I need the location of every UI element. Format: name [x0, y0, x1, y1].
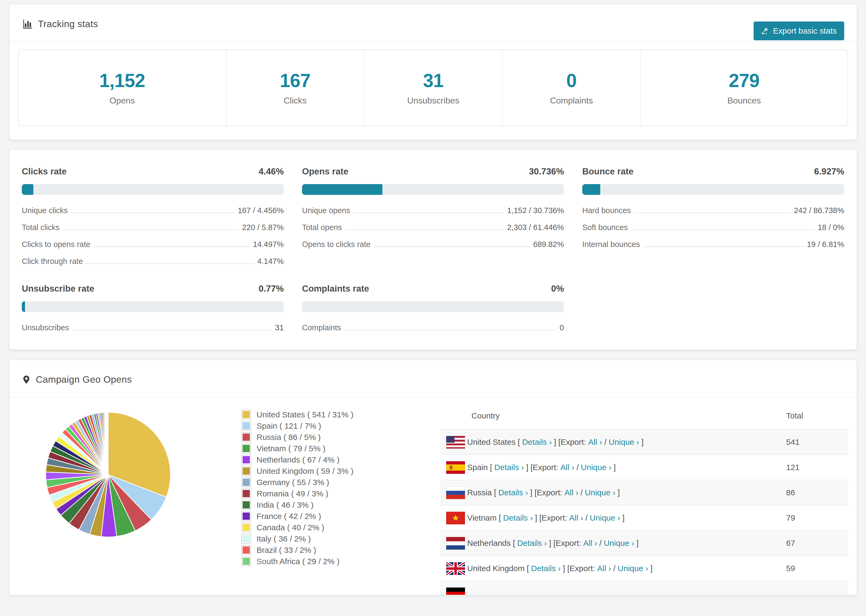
- bounces-count: 279: [729, 70, 759, 91]
- stat-value: 2,303 / 61.446%: [507, 223, 564, 232]
- bracket: ]: [549, 539, 551, 548]
- bar-chart-icon: [22, 18, 33, 30]
- legend-label: Brazil ( 33 / 2% ): [257, 545, 316, 555]
- export-label: [Export:: [534, 488, 562, 497]
- legend-item: Italy ( 36 / 2% ): [242, 534, 353, 544]
- country-column-header: Country: [440, 411, 786, 420]
- country-name: Spain: [467, 463, 488, 472]
- details-link[interactable]: Details ›: [517, 539, 547, 548]
- export-all-link[interactable]: All ›: [588, 438, 602, 447]
- geo-opens-header: Campaign Geo Opens: [9, 360, 857, 398]
- clicks-label: Clicks: [284, 96, 307, 105]
- uk-flag-icon: [446, 562, 465, 575]
- opens-count: 1,152: [99, 70, 145, 91]
- details-link[interactable]: Details ›: [494, 463, 524, 472]
- details-link[interactable]: Details ›: [522, 438, 552, 447]
- stat-label: Opens to clicks rate: [302, 240, 371, 249]
- slash: /: [580, 488, 583, 497]
- export-unique-link[interactable]: Unique ›: [609, 438, 639, 447]
- export-all-link[interactable]: All ›: [597, 564, 611, 573]
- details-link[interactable]: Details ›: [531, 564, 561, 573]
- opens-rate-value: 30.736%: [529, 167, 564, 177]
- geo-opens-pie-chart: [44, 410, 172, 539]
- export-unique-link[interactable]: Unique ›: [581, 463, 611, 472]
- legend-label: Romania ( 49 / 3% ): [257, 489, 328, 498]
- country-name: Vietnam: [467, 513, 497, 522]
- geo-table-header: Country Total: [440, 402, 848, 429]
- complaints-rate-bar: [302, 301, 564, 312]
- bracket: ]: [617, 488, 620, 497]
- bounce-rate-section: Bounce rate 6.927% Hard bounces242 / 86.…: [582, 167, 844, 266]
- dotted-leader: [71, 212, 235, 213]
- export-unique-link[interactable]: Unique ›: [585, 488, 615, 497]
- map-marker-icon: [22, 374, 31, 385]
- legend-swatch: [242, 444, 251, 453]
- bracket: [: [527, 564, 529, 573]
- legend-swatch: [242, 545, 251, 555]
- stat-label: Clicks to opens rate: [22, 240, 90, 249]
- unsubscribes-label: Unsubscribes: [407, 96, 459, 105]
- geo-opens-title: Campaign Geo Opens: [36, 374, 132, 385]
- legend-swatch: [242, 455, 251, 464]
- clicks-rate-value: 4.46%: [258, 167, 284, 177]
- us-flag-icon: [446, 436, 465, 449]
- bracket: [: [494, 488, 496, 497]
- dotted-leader: [353, 212, 504, 213]
- legend-swatch: [242, 433, 251, 442]
- export-unique-link[interactable]: Unique ›: [618, 564, 648, 573]
- stat-value: 1,152 / 30.736%: [507, 206, 564, 215]
- legend-label: South Africa ( 29 / 2% ): [257, 557, 339, 566]
- table-row-spain: Spain [Details ›] [Export:All ›/Unique ›…: [440, 454, 848, 480]
- counter-opens: 1,152 Opens: [19, 50, 226, 126]
- export-unique-link[interactable]: Unique ›: [604, 539, 634, 548]
- stat-value: 220 / 5.87%: [242, 223, 284, 232]
- dotted-leader: [374, 247, 530, 247]
- country-total: 121: [786, 463, 848, 472]
- stat-value: 689.82%: [533, 240, 564, 249]
- bracket: ]: [535, 513, 537, 522]
- legend-label: Netherlands ( 67 / 4% ): [257, 455, 339, 464]
- slash: /: [576, 463, 579, 472]
- legend-label: Canada ( 40 / 2% ): [257, 523, 324, 532]
- export-all-link[interactable]: All ›: [565, 488, 578, 497]
- country-name: Netherlands: [467, 539, 511, 548]
- spain-flag-icon: [446, 461, 465, 474]
- complaints-label: Complaints: [550, 96, 593, 105]
- legend-label: Spain ( 121 / 7% ): [257, 421, 321, 431]
- export-all-link[interactable]: All ›: [561, 463, 575, 472]
- export-all-link[interactable]: All ›: [569, 513, 583, 522]
- legend-swatch: [242, 557, 251, 566]
- legend-swatch: [242, 410, 251, 419]
- counter-bounces: 279 Bounces: [640, 50, 848, 126]
- slash: /: [600, 539, 601, 548]
- country-total: 67: [786, 539, 848, 548]
- stat-row: Internal bounces19 / 6.81%: [582, 240, 844, 249]
- legend-item: Netherlands ( 67 / 4% ): [242, 455, 353, 464]
- stat-label: Total opens: [302, 223, 342, 232]
- bracket: ]: [641, 438, 644, 447]
- bracket: ]: [614, 463, 616, 472]
- stat-row: Soft bounces18 / 0%: [582, 223, 844, 232]
- legend-label: United Kingdom ( 59 / 3% ): [257, 467, 353, 476]
- details-link[interactable]: Details ›: [503, 513, 533, 522]
- export-all-link[interactable]: All ›: [583, 539, 597, 548]
- complaints-count: 0: [567, 70, 576, 91]
- export-basic-stats-button[interactable]: Export basic stats: [754, 22, 844, 40]
- bracket: ]: [563, 564, 565, 573]
- germany-flag-icon: [446, 588, 465, 596]
- bracket: [: [490, 463, 492, 472]
- stat-row: Total opens2,303 / 61.446%: [302, 223, 564, 232]
- bracket: [: [518, 438, 520, 447]
- details-link[interactable]: Details ›: [498, 488, 528, 497]
- stat-label: Click through rate: [22, 257, 83, 266]
- counter-complaints: 0 Complaints: [502, 50, 640, 126]
- dotted-leader: [63, 229, 239, 230]
- slash: /: [613, 564, 615, 573]
- legend-label: Russia ( 86 / 5% ): [257, 433, 321, 442]
- export-unique-link[interactable]: Unique ›: [590, 513, 620, 522]
- counter-clicks: 167 Clicks: [226, 50, 364, 126]
- legend-item: South Africa ( 29 / 2% ): [242, 556, 353, 566]
- stat-label: Soft bounces: [582, 223, 628, 232]
- complaints-rate-value: 0%: [551, 284, 564, 294]
- opens-rate-title: Opens rate: [302, 167, 348, 177]
